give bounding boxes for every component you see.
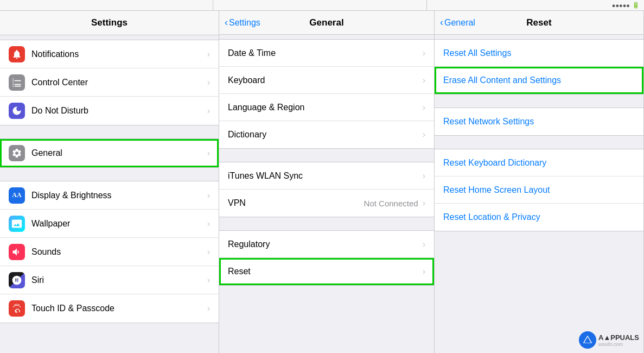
reset-item-home-screen[interactable]: Reset Home Screen Layout xyxy=(435,177,643,204)
sounds-icon xyxy=(9,244,25,260)
sidebar-item-siri[interactable]: Siri › xyxy=(0,266,219,294)
panel2-scroll: Date & Time › Keyboard › Language & Regi… xyxy=(219,35,434,353)
date-time-label: Date & Time xyxy=(228,48,420,58)
regulatory-chevron: › xyxy=(423,239,425,249)
erase-all-label: Erase All Content and Settings xyxy=(443,75,635,85)
siri-chevron: › xyxy=(207,275,210,285)
sidebar-item-touch-id[interactable]: Touch ID & Passcode › xyxy=(0,294,219,323)
general-chevron: › xyxy=(207,148,210,158)
appuals-text: A▲PPUALS wsxdn.com xyxy=(598,333,639,347)
settings-group-2: General › xyxy=(0,138,219,168)
status-bar-right: ●●●●● 🔋 xyxy=(427,0,644,10)
general-item-vpn[interactable]: VPN Not Connected › xyxy=(219,190,434,217)
display-icon: AA xyxy=(9,187,25,204)
reset-keyboard-dict-label: Reset Keyboard Dictionary xyxy=(443,158,635,168)
sidebar-item-control-center[interactable]: Control Center › xyxy=(0,68,219,97)
language-label: Language & Region xyxy=(228,103,420,112)
reset-item-network[interactable]: Reset Network Settings xyxy=(435,108,643,135)
general-group-2: iTunes WLAN Sync › VPN Not Connected › xyxy=(219,162,434,217)
settings-panel: Settings Notifications › xyxy=(0,11,219,353)
do-not-disturb-label: Do Not Disturb xyxy=(31,106,205,116)
vpn-chevron: › xyxy=(423,198,425,208)
reset-panel: ‹ General Reset Reset All Settings Erase… xyxy=(435,11,644,353)
general-group-1: Date & Time › Keyboard › Language & Regi… xyxy=(219,39,434,149)
reset-home-screen-label: Reset Home Screen Layout xyxy=(443,185,635,195)
display-label: Display & Brightness xyxy=(31,191,205,200)
language-chevron: › xyxy=(423,103,425,112)
sidebar-item-do-not-disturb[interactable]: Do Not Disturb › xyxy=(0,97,219,125)
watermark: A▲PPUALS wsxdn.com xyxy=(579,331,639,349)
settings-group-1: Notifications › Control Center › xyxy=(0,40,219,125)
general-item-language[interactable]: Language & Region › xyxy=(219,94,434,121)
dictionary-chevron: › xyxy=(423,130,425,140)
siri-icon xyxy=(9,272,25,288)
panel2-header: ‹ Settings General xyxy=(219,11,434,35)
notifications-label: Notifications xyxy=(31,49,205,59)
back-chevron-icon-2: ‹ xyxy=(440,17,443,28)
panel3-header: ‹ General Reset xyxy=(435,11,643,35)
notifications-chevron: › xyxy=(207,49,210,59)
reset-group-2: Reset Network Settings xyxy=(435,108,643,136)
panel1-header: Settings xyxy=(0,11,219,35)
reset-chevron: › xyxy=(423,267,425,276)
reset-group-3: Reset Keyboard Dictionary Reset Home Scr… xyxy=(435,149,643,231)
wallpaper-chevron: › xyxy=(207,219,210,229)
general-group-3: Regulatory › Reset › xyxy=(219,230,434,286)
date-time-chevron: › xyxy=(423,48,425,58)
wallpaper-icon xyxy=(9,216,25,232)
reset-item-keyboard-dict[interactable]: Reset Keyboard Dictionary xyxy=(435,149,643,177)
panel2-back-button[interactable]: ‹ Settings xyxy=(225,17,260,28)
reset-label: Reset xyxy=(228,267,420,276)
itunes-label: iTunes WLAN Sync xyxy=(228,171,420,181)
display-chevron: › xyxy=(207,191,210,200)
general-item-regulatory[interactable]: Regulatory › xyxy=(219,231,434,258)
reset-item-location[interactable]: Reset Location & Privacy xyxy=(435,204,643,231)
touch-id-label: Touch ID & Passcode xyxy=(31,304,205,313)
general-item-date-time[interactable]: Date & Time › xyxy=(219,40,434,67)
reset-group-1: Reset All Settings Erase All Content and… xyxy=(435,39,643,94)
sidebar-item-general[interactable]: General › xyxy=(0,139,219,167)
appuals-logo xyxy=(579,331,596,349)
back-chevron-icon: ‹ xyxy=(225,17,228,28)
sidebar-item-notifications[interactable]: Notifications › xyxy=(0,40,219,68)
dictionary-label: Dictionary xyxy=(228,130,420,140)
reset-all-settings-label: Reset All Settings xyxy=(443,48,635,58)
sidebar-item-wallpaper[interactable]: Wallpaper › xyxy=(0,210,219,238)
regulatory-label: Regulatory xyxy=(228,239,420,249)
general-icon xyxy=(9,145,25,161)
sidebar-item-display[interactable]: AA Display & Brightness › xyxy=(0,181,219,210)
control-center-label: Control Center xyxy=(31,78,205,87)
sidebar-item-sounds[interactable]: Sounds › xyxy=(0,238,219,266)
reset-item-erase-all[interactable]: Erase All Content and Settings xyxy=(435,67,643,94)
control-center-chevron: › xyxy=(207,78,210,87)
sounds-chevron: › xyxy=(207,247,210,257)
vpn-label: VPN xyxy=(228,198,364,208)
reset-item-all-settings[interactable]: Reset All Settings xyxy=(435,40,643,67)
wallpaper-label: Wallpaper xyxy=(31,219,205,229)
touch-id-chevron: › xyxy=(207,304,210,313)
status-bar-middle xyxy=(213,0,426,10)
general-item-reset[interactable]: Reset › xyxy=(219,258,434,285)
general-item-dictionary[interactable]: Dictionary › xyxy=(219,121,434,148)
sounds-label: Sounds xyxy=(31,247,205,257)
panel2-title: General xyxy=(309,17,343,28)
reset-location-label: Reset Location & Privacy xyxy=(443,212,635,222)
general-item-keyboard[interactable]: Keyboard › xyxy=(219,67,434,94)
keyboard-label: Keyboard xyxy=(228,75,420,85)
panel3-title: Reset xyxy=(526,17,551,28)
panel2-back-label: Settings xyxy=(229,18,260,28)
panel3-back-button[interactable]: ‹ General xyxy=(440,17,475,28)
reset-network-label: Reset Network Settings xyxy=(443,117,635,127)
do-not-disturb-icon xyxy=(9,103,25,119)
panel3-back-label: General xyxy=(444,18,475,28)
do-not-disturb-chevron: › xyxy=(207,106,210,116)
notifications-icon xyxy=(9,46,25,62)
panel1-title: Settings xyxy=(91,17,127,28)
general-panel: ‹ Settings General Date & Time › Keyboar… xyxy=(219,11,435,353)
general-item-itunes[interactable]: iTunes WLAN Sync › xyxy=(219,162,434,190)
touch-id-icon xyxy=(9,300,25,317)
itunes-chevron: › xyxy=(423,171,425,181)
keyboard-chevron: › xyxy=(423,75,425,85)
panel3-scroll: Reset All Settings Erase All Content and… xyxy=(435,35,643,353)
settings-group-3: AA Display & Brightness › Wallpaper › xyxy=(0,181,219,323)
